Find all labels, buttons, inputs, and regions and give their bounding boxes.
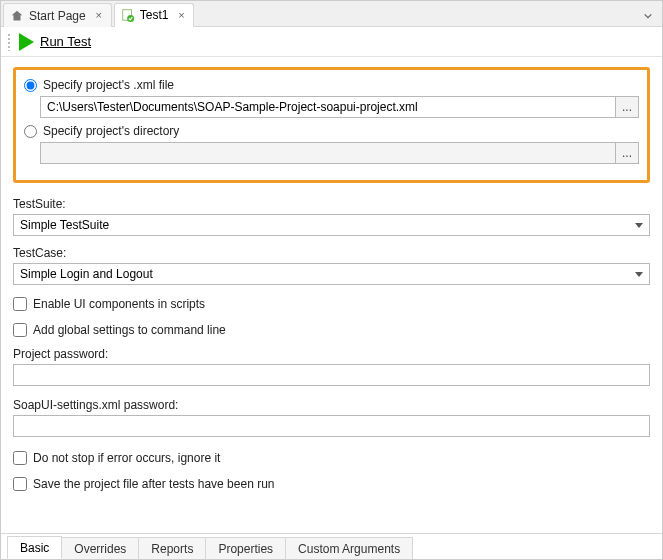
specify-dir-radio[interactable] (24, 125, 37, 138)
close-icon[interactable]: × (93, 10, 105, 22)
tab-overflow-button[interactable] (638, 6, 658, 26)
run-test-button[interactable]: Run Test (19, 33, 91, 51)
testsuite-label: TestSuite: (13, 197, 650, 211)
settings-password-label: SoapUI-settings.xml password: (13, 398, 650, 412)
form-content: Specify project's .xml file ... Specify … (1, 57, 662, 533)
testcase-label: TestCase: (13, 246, 650, 260)
btab-overrides[interactable]: Overrides (61, 537, 139, 559)
enable-ui-label: Enable UI components in scripts (33, 297, 205, 311)
testsuite-combo[interactable] (13, 214, 650, 236)
project-password-input[interactable] (13, 364, 650, 386)
save-after-label: Save the project file after tests have b… (33, 477, 274, 491)
toolbar: Run Test (1, 27, 662, 57)
add-global-label: Add global settings to command line (33, 323, 226, 337)
browse-dir-button[interactable]: ... (615, 142, 639, 164)
run-test-label: Run Test (40, 34, 91, 49)
btab-custom-arguments[interactable]: Custom Arguments (285, 537, 413, 559)
tab-label: Start Page (29, 9, 86, 23)
project-password-label: Project password: (13, 347, 650, 361)
dont-stop-label: Do not stop if error occurs, ignore it (33, 451, 220, 465)
save-after-checkbox[interactable] (13, 477, 27, 491)
btab-properties[interactable]: Properties (205, 537, 286, 559)
specify-xml-label: Specify project's .xml file (43, 78, 174, 92)
tab-test1[interactable]: Test1 × (114, 3, 195, 27)
dir-path-input[interactable] (40, 142, 615, 164)
specify-dir-label: Specify project's directory (43, 124, 179, 138)
dont-stop-checkbox[interactable] (13, 451, 27, 465)
enable-ui-checkbox[interactable] (13, 297, 27, 311)
btab-basic[interactable]: Basic (7, 536, 62, 559)
tab-start-page[interactable]: Start Page × (3, 3, 112, 27)
xml-path-input[interactable] (40, 96, 615, 118)
add-global-checkbox[interactable] (13, 323, 27, 337)
browse-xml-button[interactable]: ... (615, 96, 639, 118)
project-source-group: Specify project's .xml file ... Specify … (13, 67, 650, 183)
test-doc-icon (121, 8, 135, 22)
settings-password-input[interactable] (13, 415, 650, 437)
testcase-combo[interactable] (13, 263, 650, 285)
bottom-tabstrip: Basic Overrides Reports Properties Custo… (1, 533, 662, 559)
toolbar-grip-icon (7, 33, 11, 51)
specify-xml-radio[interactable] (24, 79, 37, 92)
home-icon (10, 9, 24, 23)
tab-label: Test1 (140, 8, 169, 22)
play-icon (19, 33, 34, 51)
editor-tabstrip: Start Page × Test1 × (1, 1, 662, 27)
close-icon[interactable]: × (175, 9, 187, 21)
editor-panel: Start Page × Test1 × Run Test (0, 0, 663, 560)
btab-reports[interactable]: Reports (138, 537, 206, 559)
